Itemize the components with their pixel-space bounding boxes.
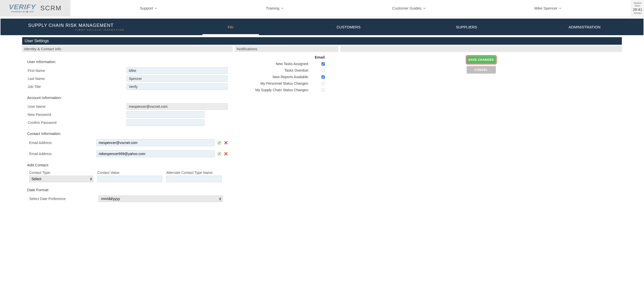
first-name-input[interactable] bbox=[127, 67, 228, 74]
notif-checkbox[interactable] bbox=[321, 62, 325, 66]
notif-label: My Personnel Status Changes: bbox=[260, 81, 309, 85]
date-pref-select[interactable]: mm/dd/yyyy bbox=[98, 195, 223, 202]
confirm-password-label: Confirm Password bbox=[27, 121, 127, 125]
notif-row: New Reports Available: bbox=[238, 75, 335, 79]
account-info-title: Account Information: bbox=[27, 95, 228, 100]
logo-box: VERIFY POWERED BY ◧ IVIS SCRM bbox=[0, 0, 70, 16]
contact-row: Email Address bbox=[27, 150, 228, 157]
job-title-label: Job Title bbox=[27, 85, 127, 89]
tab-customers[interactable]: CUSTOMERS bbox=[290, 19, 408, 35]
tab-fai[interactable]: FAI bbox=[172, 19, 290, 35]
contact-info-title: Contact Information: bbox=[27, 131, 228, 136]
logo-scrm: SCRM bbox=[40, 4, 62, 12]
notif-checkbox bbox=[321, 88, 325, 92]
notifications-header: Notifications bbox=[235, 46, 338, 52]
notif-checkbox bbox=[321, 82, 325, 85]
main-tabs: FAI CUSTOMERS SUPPLIERS ADMINISTRATION bbox=[172, 19, 643, 35]
nav-training[interactable]: Training bbox=[266, 6, 284, 10]
notif-label: Tasks Overdue: bbox=[285, 68, 309, 72]
delete-icon[interactable] bbox=[224, 141, 228, 144]
contact-value-input[interactable] bbox=[97, 176, 162, 182]
first-name-label: First Name bbox=[27, 69, 127, 73]
logo-verify: VERIFY POWERED BY ◧ IVIS bbox=[9, 4, 36, 13]
nav-support[interactable]: Support bbox=[140, 6, 157, 10]
contact-value-label: Contact Value: bbox=[97, 171, 162, 175]
session-timer: Session Timer: 29:41 minutes bbox=[631, 0, 644, 16]
date-pref-label: Select Date Preference bbox=[29, 197, 98, 201]
notif-row: My Supply Chain Status Changes: bbox=[238, 88, 335, 92]
notif-checkbox bbox=[321, 69, 325, 72]
tab-suppliers[interactable]: SUPPLIERS bbox=[408, 19, 526, 35]
job-title-input[interactable] bbox=[127, 83, 228, 90]
actions-header bbox=[340, 46, 622, 52]
new-password-label: New Password bbox=[27, 113, 127, 117]
contact-type-label: Contact Type: bbox=[29, 171, 93, 175]
page-title: User Settings bbox=[22, 37, 622, 45]
user-info-title: User Information: bbox=[27, 60, 228, 64]
contact-type-select[interactable]: Select bbox=[29, 176, 93, 182]
alt-contact-type-input[interactable] bbox=[166, 176, 222, 182]
contact-row: Email Address bbox=[27, 139, 228, 146]
save-button[interactable]: SAVE CHANGES bbox=[467, 56, 496, 64]
notif-column-header: Email bbox=[238, 55, 335, 59]
email-label: Email Address bbox=[29, 152, 93, 156]
edit-icon[interactable] bbox=[218, 152, 221, 156]
chevron-down-icon bbox=[423, 7, 426, 10]
edit-icon[interactable] bbox=[218, 141, 221, 144]
chevron-down-icon bbox=[281, 7, 284, 10]
email-input-2[interactable] bbox=[96, 150, 215, 157]
confirm-password-input[interactable] bbox=[127, 119, 205, 126]
add-contact-title: Add Contact: bbox=[27, 163, 228, 167]
identity-header: Identity & Contact Info bbox=[22, 46, 233, 52]
email-label: Email Address bbox=[29, 141, 93, 145]
main-nav: SUPPLY CHAIN RISK MANAGEMENT FIRST ARTIC… bbox=[1, 19, 643, 35]
last-name-label: Last Name bbox=[27, 77, 127, 81]
user-name-label: User Name bbox=[27, 105, 127, 109]
tab-administration[interactable]: ADMINISTRATION bbox=[526, 19, 643, 35]
notif-label: New Tasks Assigned: bbox=[276, 62, 309, 66]
app-title: SUPPLY CHAIN RISK MANAGEMENT FIRST ARTIC… bbox=[1, 23, 172, 31]
date-format-title: Date Format: bbox=[27, 188, 228, 192]
user-name-input bbox=[127, 103, 228, 110]
notif-label: My Supply Chain Status Changes: bbox=[255, 88, 309, 92]
notif-label: New Reports Available: bbox=[273, 75, 309, 79]
cancel-button[interactable]: CANCEL bbox=[467, 66, 496, 74]
notif-row: My Personnel Status Changes: bbox=[238, 81, 335, 85]
nav-user-menu[interactable]: Mike Spencer bbox=[534, 6, 561, 10]
alt-contact-type-label: Alternate Contact Type Name: bbox=[166, 171, 222, 175]
email-input-1[interactable] bbox=[96, 139, 215, 146]
new-password-input[interactable] bbox=[127, 111, 205, 118]
nav-customer-guides[interactable]: Customer Guides bbox=[392, 6, 426, 10]
delete-icon[interactable] bbox=[224, 152, 228, 156]
notif-row: New Tasks Assigned: bbox=[238, 62, 335, 66]
notif-checkbox[interactable] bbox=[321, 75, 325, 79]
top-nav: Support Training Customer Guides Mike Sp… bbox=[70, 0, 631, 16]
chevron-down-icon bbox=[155, 7, 157, 10]
last-name-input[interactable] bbox=[127, 75, 228, 82]
notif-row: Tasks Overdue: bbox=[238, 68, 335, 72]
top-header: VERIFY POWERED BY ◧ IVIS SCRM Support Tr… bbox=[0, 0, 644, 17]
chevron-down-icon bbox=[559, 7, 561, 10]
